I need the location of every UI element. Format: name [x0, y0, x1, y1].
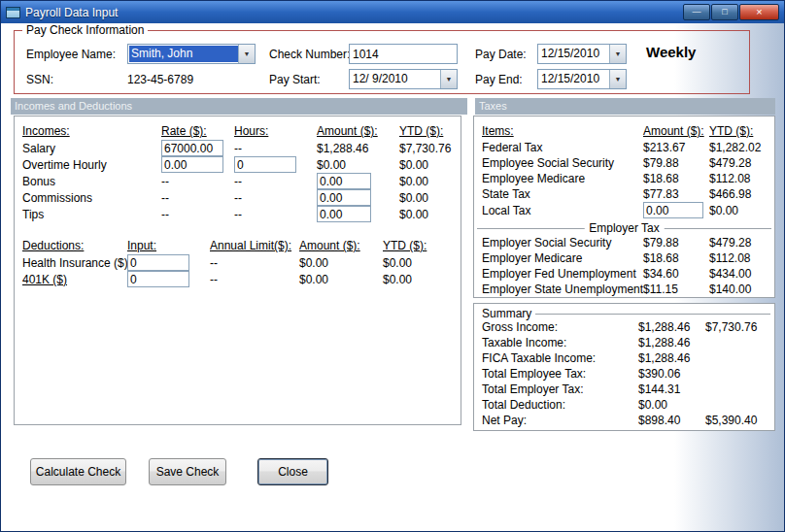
tips-amount-input[interactable] [317, 206, 371, 222]
deductions-col-amount: Amount ($): [299, 239, 383, 252]
income-rate: -- [161, 208, 234, 221]
summary-row-fica-taxable-income: FICA Taxable Income: $1,288.46 [474, 350, 774, 366]
bonus-amount-input[interactable] [317, 173, 371, 189]
tax-label: Employer Medicare [482, 251, 643, 265]
deductions-col-input: Input: [127, 239, 210, 252]
income-ytd: $0.00 [399, 158, 461, 172]
pay-end-picker[interactable]: 12/15/2010 ▼ [537, 69, 627, 89]
dropdown-arrow-icon: ▼ [238, 45, 255, 63]
calculate-check-button[interactable]: Calculate Check [30, 458, 126, 485]
summary-label: Total Employer Tax: [482, 382, 638, 396]
summary-amount: $898.40 [638, 414, 705, 427]
check-number-label: Check Number: [269, 48, 350, 61]
titlebar-close-button[interactable]: × [739, 4, 779, 20]
taxes-panel: Items: Amount ($): YTD ($): Federal Tax … [473, 116, 775, 298]
summary-amount: $1,288.46 [638, 336, 705, 349]
tax-label: Employer Fed Unemployment [482, 267, 643, 281]
summary-table: Gross Income: $1,288.46 $7,730.76 Taxabl… [474, 319, 774, 428]
incomes-header-row: Incomes: Rate ($): Hours: Amount ($): YT… [15, 122, 461, 140]
window-title: Payroll Data Input [25, 6, 118, 19]
summary-label: FICA Taxable Income: [482, 351, 638, 365]
section-header-taxes: Taxes [475, 98, 775, 115]
health-insurance-input[interactable] [127, 254, 189, 271]
minimize-button[interactable]: — [683, 4, 710, 20]
deduction-label: Health Insurance ($) [22, 256, 127, 270]
income-hours: -- [234, 191, 317, 205]
close-button[interactable]: Close [257, 458, 328, 485]
deduction-row-health-insurance: Health Insurance ($) -- $0.00 $0.00 [15, 254, 461, 271]
k401-input[interactable] [127, 271, 189, 287]
summary-row-gross-income: Gross Income: $1,288.46 $7,730.76 [474, 319, 774, 335]
tax-ytd: $140.00 [709, 283, 774, 296]
pay-start-label: Pay Start: [269, 73, 321, 86]
income-label: Bonus [22, 175, 161, 188]
deductions-col-limit: Annual Limit($): [210, 239, 299, 252]
commissions-amount-input[interactable] [317, 189, 371, 206]
employer-tax-separator: Employer Tax [474, 221, 774, 235]
income-rate: -- [161, 175, 234, 188]
tax-row-employee-medicare: Employee Medicare $18.68 $112.08 [474, 171, 774, 186]
income-label: Salary [22, 142, 161, 155]
tax-amount: $79.88 [643, 156, 709, 170]
income-ytd: $0.00 [399, 208, 461, 221]
summary-amount: $0.00 [638, 398, 705, 412]
overtime-rate-input[interactable] [161, 156, 223, 173]
income-hours: -- [234, 208, 317, 221]
tax-amount: $213.67 [643, 141, 709, 154]
tax-row-employer-social-security: Employer Social Security $79.88 $479.28 [474, 235, 774, 250]
summary-label: Net Pay: [482, 414, 638, 427]
window-controls: — □ × [682, 4, 779, 20]
summary-ytd: $5,390.40 [705, 414, 774, 427]
tax-row-local: Local Tax $0.00 [474, 202, 774, 218]
summary-amount: $144.31 [638, 382, 705, 396]
tax-label: State Tax [482, 187, 643, 201]
summary-row-total-employee-tax: Total Employee Tax: $390.06 [474, 366, 774, 382]
taxes-col-ytd: YTD ($): [709, 124, 774, 138]
payroll-window: Payroll Data Input — □ × Pay Check Infor… [0, 0, 785, 532]
taxes-header-row: Items: Amount ($): YTD ($): [474, 122, 774, 140]
employer-tax-heading: Employer Tax [584, 221, 664, 235]
deduction-ytd: $0.00 [383, 256, 461, 270]
income-amount: $1,288.46 [317, 142, 399, 155]
summary-label: Gross Income: [482, 320, 638, 334]
titlebar: Payroll Data Input — □ × [1, 1, 784, 23]
pay-end-label: Pay End: [475, 73, 523, 86]
salary-rate-input[interactable] [161, 140, 223, 156]
summary-row-total-deduction: Total Deduction: $0.00 [474, 397, 774, 413]
summary-label: Total Employee Tax: [482, 367, 638, 381]
deductions-header-row: Deductions: Input: Annual Limit($): Amou… [15, 237, 461, 254]
tax-amount: $18.68 [643, 251, 709, 265]
deduction-limit: -- [210, 273, 299, 286]
tax-ytd: $0.00 [709, 204, 774, 217]
deduction-label: 401K ($) [22, 273, 127, 286]
employee-name-select[interactable]: Smith, John ▼ [127, 44, 256, 64]
income-row-overtime: Overtime Hourly $0.00 $0.00 [15, 156, 461, 173]
income-row-tips: Tips -- -- $0.00 [15, 206, 461, 222]
summary-heading: Summary [474, 306, 774, 319]
save-check-button[interactable]: Save Check [149, 458, 226, 485]
tax-label: Employer State Unemployment [482, 283, 643, 296]
tax-label: Employer Social Security [482, 236, 643, 249]
incomes-table: Incomes: Rate ($): Hours: Amount ($): YT… [15, 122, 461, 222]
incomes-col-item: Incomes: [22, 124, 161, 138]
pay-start-picker[interactable]: 12/ 9/2010 ▼ [349, 69, 458, 89]
paycheck-info-group: Pay Check Information Employee Name: Smi… [14, 30, 750, 94]
tax-label: Federal Tax [482, 141, 643, 154]
tax-amount: $18.68 [643, 172, 709, 185]
pay-date-picker[interactable]: 12/15/2010 ▼ [537, 44, 627, 64]
tax-ytd: $466.98 [709, 187, 774, 201]
taxes-col-item: Items: [482, 124, 643, 138]
summary-label: Taxable Income: [482, 336, 638, 349]
summary-label: Total Deduction: [482, 398, 638, 412]
tax-ytd: $479.28 [709, 236, 774, 249]
dropdown-arrow-icon: ▼ [440, 70, 457, 88]
check-number-input[interactable] [349, 44, 458, 64]
overtime-hours-input[interactable] [234, 156, 296, 173]
maximize-button[interactable]: □ [711, 4, 738, 20]
pay-end-value: 12/15/2010 [538, 70, 609, 88]
income-label: Overtime Hourly [22, 158, 161, 172]
tax-row-employee-social-security: Employee Social Security $79.88 $479.28 [474, 155, 774, 171]
local-tax-input[interactable] [643, 202, 703, 218]
tax-ytd: $434.00 [709, 267, 774, 281]
tax-row-employer-medicare: Employer Medicare $18.68 $112.08 [474, 250, 774, 266]
